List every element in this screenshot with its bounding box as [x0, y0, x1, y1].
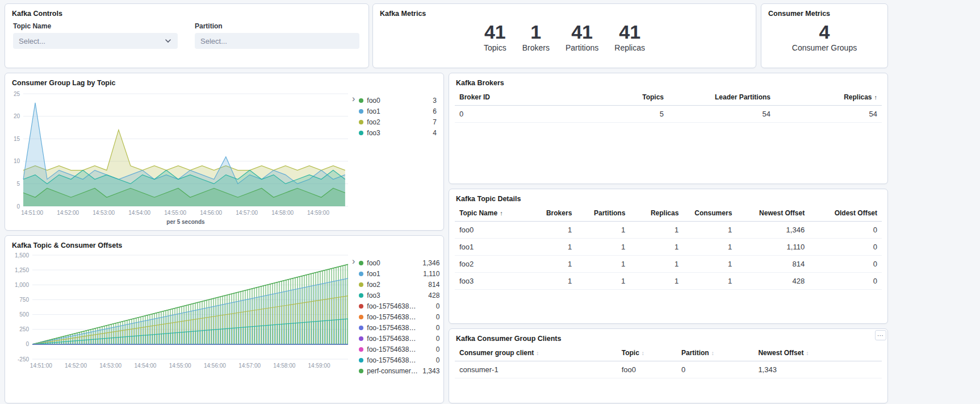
lag-chart-svg: 051015202514:51:0014:52:0014:53:0014:54:… — [11, 89, 351, 226]
series-color-dot — [359, 282, 363, 287]
partition-select[interactable]: Select... — [195, 33, 359, 49]
kafka-metrics-panel: Kafka Metrics 41 Topics 1 Brokers 41 Par… — [372, 3, 756, 68]
legend-item-foo3[interactable]: foo3428 — [357, 290, 441, 301]
chevron-right-icon[interactable]: › — [351, 95, 357, 103]
column-header-newest-offset[interactable]: Newest Offset — [736, 205, 809, 222]
column-header-topic-name[interactable]: Topic Name↑ — [455, 205, 523, 222]
series-color-dot — [359, 358, 363, 363]
column-header-newest-offset[interactable]: Newest Offset↕ — [753, 345, 882, 361]
column-header-oldest-offset[interactable]: Oldest Offset — [809, 205, 882, 222]
column-header-topic[interactable]: Topic↕ — [617, 345, 677, 361]
column-header-label: Partition — [681, 349, 709, 357]
table-row: foo211118140 — [455, 256, 882, 273]
column-header-partitions[interactable]: Partitions — [576, 205, 630, 222]
legend-series-value: 1,346 — [422, 259, 439, 267]
table-cell: 1 — [523, 273, 576, 290]
table-cell: 0 — [809, 273, 882, 290]
table-cell: 1 — [523, 256, 576, 273]
legend-series-name: foo3 — [367, 129, 380, 137]
consumer-stats-row: 4 Consumer Groups — [767, 22, 882, 52]
legend-series-value: 0 — [436, 335, 440, 343]
offsets-chart-legend: foo01,346foo11,110foo2814foo3428foo-1575… — [357, 257, 441, 376]
column-header-partition[interactable]: Partition↕ — [677, 345, 753, 361]
column-header-label: Topic — [622, 349, 639, 357]
table-cell: 1 — [576, 222, 630, 239]
legend-series-name: foo-1575463868-116… — [367, 324, 419, 332]
stat-brokers-label: Brokers — [522, 43, 550, 52]
legend-item-foo0[interactable]: foo03 — [357, 95, 438, 106]
table-cell: 54 — [668, 106, 775, 123]
column-header-label: Broker ID — [459, 93, 490, 101]
column-header-replicas[interactable]: Replicas↑ — [775, 89, 882, 106]
stat-consumer-groups: 4 Consumer Groups — [792, 22, 857, 52]
panel-title-consumer-metrics: Consumer Metrics — [768, 10, 881, 18]
legend-item-foo3[interactable]: foo34 — [357, 127, 438, 138]
svg-text:5: 5 — [16, 181, 20, 187]
column-header-label: Replicas — [651, 209, 679, 217]
topic-consumer-offsets-panel: Kafka Topic & Consumer Offsets -25002505… — [5, 235, 444, 403]
column-header-label: Newest Offset — [758, 349, 803, 357]
legend-item-foo-1575463857-85…[interactable]: foo-1575463857-85…0 — [357, 311, 441, 322]
svg-text:0: 0 — [26, 341, 29, 347]
svg-text:14:59:00: 14:59:00 — [308, 363, 330, 369]
column-header-consumer-group-client[interactable]: Consumer group client↕ — [455, 345, 617, 361]
legend-item-perf-consumer-…[interactable]: perf-consumer-…1,343 — [357, 365, 441, 376]
panel-options-button[interactable]: ⋯ — [875, 330, 886, 340]
table-row: foo111111,1100 — [455, 239, 882, 256]
table-cell: foo1 — [455, 239, 523, 256]
offsets-area-chart[interactable]: -25002505007501,0001,2501,50014:51:0014:… — [11, 252, 351, 380]
table-cell: foo3 — [455, 273, 523, 290]
chevron-right-icon[interactable]: › — [351, 257, 357, 265]
legend-item-foo0[interactable]: foo01,346 — [357, 257, 441, 268]
svg-text:14:58:00: 14:58:00 — [271, 210, 294, 216]
series-color-dot — [359, 131, 363, 135]
svg-text:750: 750 — [19, 297, 29, 303]
table-cell: 0 — [677, 361, 753, 378]
legend-item-foo-1575463878-32…[interactable]: foo-1575463878-32…0 — [357, 333, 441, 344]
svg-text:14:56:00: 14:56:00 — [200, 210, 222, 216]
legend-item-foo1[interactable]: foo11,110 — [357, 268, 441, 279]
legend-item-foo1[interactable]: foo16 — [357, 106, 438, 116]
legend-series-name: foo-1575463898-70… — [367, 356, 419, 364]
table-cell: 1 — [523, 222, 576, 239]
stat-partitions: 41 Partitions — [566, 22, 598, 52]
stat-replicas: 41 Replicas — [614, 22, 645, 52]
topic-name-select[interactable]: Select... — [13, 33, 178, 49]
panel-title-offsets-chart: Kafka Topic & Consumer Offsets — [12, 241, 437, 249]
offsets-chart-svg: -25002505007501,0001,2501,50014:51:0014:… — [11, 252, 351, 380]
column-header-consumers[interactable]: Consumers — [683, 205, 736, 222]
table-cell: 0 — [809, 222, 882, 239]
lag-area-chart[interactable]: 051015202514:51:0014:52:0014:53:0014:54:… — [11, 89, 351, 226]
legend-item-foo2[interactable]: foo27 — [357, 116, 438, 127]
series-color-dot — [359, 326, 363, 330]
sort-ascending-icon: ↑ — [500, 210, 503, 216]
svg-text:10: 10 — [14, 158, 20, 164]
legend-series-value: 0 — [436, 356, 440, 364]
column-header-leader-partitions[interactable]: Leader Partitions — [668, 89, 775, 106]
column-header-replicas[interactable]: Replicas — [630, 205, 683, 222]
legend-item-foo-1575463813-60…[interactable]: foo-1575463813-60…0 — [357, 301, 441, 311]
column-header-broker-id[interactable]: Broker ID — [455, 89, 583, 106]
clients-table-body: consumer-1foo001,343 — [455, 361, 882, 378]
offsets-legend-wrap: › foo01,346foo11,110foo2814foo3428foo-15… — [351, 257, 441, 376]
legend-series-value: 814 — [428, 281, 439, 289]
column-header-brokers[interactable]: Brokers — [523, 205, 576, 222]
legend-item-foo-1575463888-57…[interactable]: foo-1575463888-57…0 — [357, 344, 441, 355]
stat-partitions-label: Partitions — [566, 43, 598, 52]
legend-item-foo-1575463898-70…[interactable]: foo-1575463898-70…0 — [357, 355, 441, 365]
table-cell: 1 — [576, 256, 630, 273]
legend-item-foo-1575463868-116…[interactable]: foo-1575463868-116…0 — [357, 322, 441, 333]
legend-item-foo2[interactable]: foo2814 — [357, 279, 441, 290]
table-cell: 0 — [809, 256, 882, 273]
svg-text:14:54:00: 14:54:00 — [128, 210, 150, 216]
column-header-topics[interactable]: Topics — [583, 89, 668, 106]
column-header-label: Oldest Offset — [835, 209, 877, 217]
svg-text:25: 25 — [14, 91, 20, 97]
legend-series-name: foo2 — [367, 281, 380, 289]
table-cell: 54 — [775, 106, 882, 123]
lag-chart-row: 051015202514:51:0014:52:0014:53:0014:54:… — [11, 89, 438, 226]
legend-series-value: 6 — [433, 107, 437, 115]
legend-series-name: foo-1575463857-85… — [367, 313, 419, 321]
topic-name-placeholder: Select... — [19, 37, 164, 45]
column-header-label: Leader Partitions — [715, 93, 770, 101]
